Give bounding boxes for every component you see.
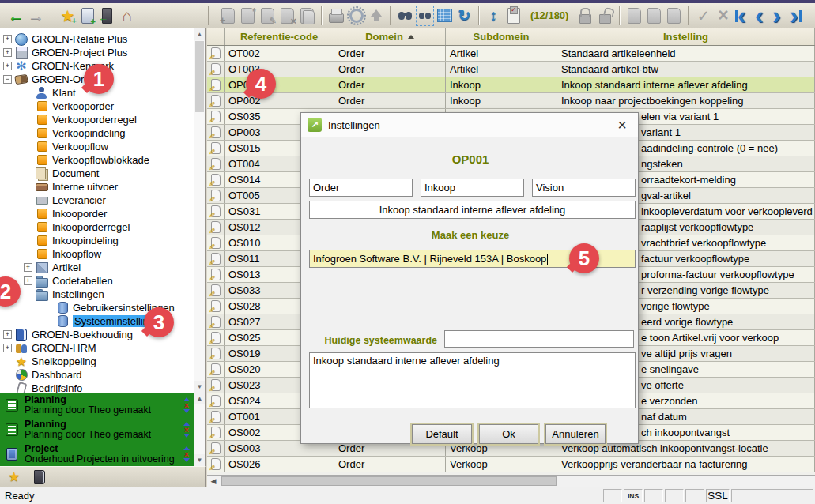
edit-document-icon[interactable] bbox=[211, 348, 221, 359]
tree-item-snelkoppeling[interactable]: Snelkoppeling bbox=[0, 355, 194, 368]
expand-icon[interactable]: + bbox=[3, 48, 12, 57]
edit-document-icon[interactable] bbox=[211, 411, 221, 423]
scroll-up-icon[interactable]: ▲ bbox=[194, 393, 205, 404]
doc-plain-icon[interactable] bbox=[665, 6, 683, 26]
favorites-icon[interactable] bbox=[5, 467, 23, 487]
setting-memo[interactable]: Inkoop standaard interne aflever afdelin… bbox=[309, 352, 636, 408]
expand-icon[interactable]: + bbox=[3, 35, 12, 43]
doc-sparkle-icon[interactable] bbox=[239, 6, 257, 26]
notification-scrollbar[interactable]: ▲ ▼ bbox=[194, 393, 205, 466]
tree-item-instellingen[interactable]: Instellingen bbox=[0, 288, 194, 301]
journal-add-icon[interactable] bbox=[78, 6, 96, 26]
edit-document-icon[interactable] bbox=[211, 126, 221, 138]
doc-new-icon[interactable] bbox=[219, 6, 237, 26]
arrow-updown-icon[interactable] bbox=[485, 6, 503, 26]
doc-key-icon[interactable] bbox=[645, 6, 663, 26]
check-icon[interactable] bbox=[694, 6, 712, 26]
scroll-down-icon[interactable]: ▼ bbox=[194, 454, 205, 466]
export-icon[interactable] bbox=[367, 6, 385, 26]
nav-first-icon[interactable] bbox=[734, 6, 749, 26]
edit-document-icon[interactable] bbox=[211, 47, 221, 59]
table-row[interactable]: OP001OrderInkoopInkoop standaard interne… bbox=[207, 77, 815, 93]
edit-document-icon[interactable] bbox=[211, 190, 221, 201]
table-row[interactable]: OT002OrderArtikelStandaard artikeleenhei… bbox=[207, 46, 815, 62]
table-row[interactable]: OP002OrderInkoopInkoop naar projectboeki… bbox=[207, 93, 815, 109]
print-icon[interactable] bbox=[327, 6, 345, 26]
tree-item-verkooporderregel[interactable]: Verkooporderregel bbox=[0, 113, 194, 126]
tree-item-groen-project-plus[interactable]: +GROEN-Project Plus bbox=[0, 46, 194, 59]
bron-field[interactable]: Vision bbox=[532, 179, 636, 197]
expand-icon[interactable]: + bbox=[24, 276, 32, 285]
scrollbar-thumb[interactable] bbox=[221, 476, 557, 486]
expand-icon[interactable]: + bbox=[3, 62, 12, 70]
edit-document-icon[interactable] bbox=[211, 442, 221, 454]
refresh-icon[interactable] bbox=[455, 6, 474, 26]
doc-search-icon[interactable] bbox=[625, 6, 643, 26]
tree-item-bedrijfsinfo[interactable]: Bedrijfsinfo bbox=[0, 382, 194, 393]
edit-document-icon[interactable] bbox=[211, 205, 221, 217]
table-row[interactable]: OS026OrderVerkoopVerkoopprijs veranderba… bbox=[207, 457, 815, 472]
edit-document-icon[interactable] bbox=[211, 395, 221, 407]
dismiss-icon[interactable]: × bbox=[184, 401, 189, 409]
find-icon[interactable] bbox=[396, 6, 414, 26]
edit-document-icon[interactable] bbox=[211, 237, 221, 249]
edit-document-icon[interactable] bbox=[211, 95, 221, 107]
edit-document-icon[interactable] bbox=[211, 269, 221, 280]
nav-last-icon[interactable] bbox=[786, 6, 802, 26]
doc-copy-icon[interactable] bbox=[298, 6, 316, 26]
edit-document-icon[interactable] bbox=[211, 379, 221, 391]
table-horizontal-scrollbar[interactable]: ◀ bbox=[207, 475, 815, 487]
collapse-icon[interactable]: − bbox=[3, 75, 12, 84]
expand-icon[interactable]: + bbox=[24, 263, 32, 272]
lock-icon[interactable] bbox=[576, 6, 594, 26]
notification-item[interactable]: PlanningPlanning door Theo gemaakt× bbox=[0, 393, 194, 417]
edit-document-icon[interactable] bbox=[211, 221, 221, 233]
edit-document-icon[interactable] bbox=[211, 363, 221, 375]
clipboard-icon[interactable] bbox=[504, 6, 523, 26]
dismiss-icon[interactable]: × bbox=[184, 426, 189, 434]
move-down-icon[interactable] bbox=[183, 409, 190, 413]
journal-icon[interactable] bbox=[30, 467, 48, 487]
setting-description-field[interactable]: Inkoop standaard interne aflever afdelin… bbox=[309, 201, 636, 219]
tree-item-codetabellen[interactable]: +Codetabellen bbox=[0, 274, 194, 288]
notification-item[interactable]: ProjectOnderhoud Projecten in uitvoering… bbox=[0, 442, 194, 466]
tree-item-groen-hrm[interactable]: +GROEN-HRM bbox=[0, 341, 194, 355]
find-select-icon[interactable] bbox=[416, 6, 434, 26]
tree-item-document[interactable]: Document bbox=[0, 167, 194, 180]
nav-back-icon[interactable] bbox=[7, 6, 25, 26]
move-down-icon[interactable] bbox=[183, 434, 190, 438]
edit-document-icon[interactable] bbox=[211, 63, 221, 75]
edit-document-icon[interactable] bbox=[211, 458, 221, 470]
tree-item-artikel[interactable]: +Artikel bbox=[0, 261, 194, 274]
move-down-icon[interactable] bbox=[183, 458, 190, 462]
tree-item-verkoopindeling[interactable]: Verkoopindeling bbox=[0, 126, 194, 140]
tree-item-leverancier[interactable]: Leverancier bbox=[0, 194, 194, 207]
cross-icon[interactable] bbox=[714, 6, 732, 26]
edit-document-icon[interactable] bbox=[211, 300, 221, 312]
header-referentie-code[interactable]: Referentie-code bbox=[225, 28, 334, 45]
domein-field[interactable]: Order bbox=[309, 179, 413, 197]
scrollbar-thumb[interactable] bbox=[195, 41, 204, 112]
exit-door-icon[interactable] bbox=[98, 6, 116, 26]
edit-document-icon[interactable] bbox=[211, 316, 221, 328]
dialog-close-icon[interactable] bbox=[613, 116, 632, 134]
edit-document-icon[interactable] bbox=[211, 253, 221, 265]
ok-button[interactable]: Ok bbox=[479, 424, 538, 444]
header-icon-column[interactable] bbox=[207, 28, 225, 45]
edit-document-icon[interactable] bbox=[211, 332, 221, 344]
edit-document-icon[interactable] bbox=[211, 284, 221, 296]
expand-icon[interactable]: + bbox=[3, 330, 12, 339]
tree-scrollbar[interactable]: ▲ ▼ bbox=[194, 28, 205, 393]
scroll-up-icon[interactable]: ▲ bbox=[194, 28, 205, 40]
dismiss-icon[interactable]: × bbox=[184, 450, 189, 458]
nav-next-icon[interactable] bbox=[768, 6, 784, 26]
cancel-button[interactable]: Annuleren bbox=[545, 424, 606, 444]
grid-blue-icon[interactable] bbox=[436, 6, 454, 26]
edit-document-icon[interactable] bbox=[211, 142, 221, 154]
expand-icon[interactable]: + bbox=[3, 344, 12, 352]
current-value-input[interactable] bbox=[444, 330, 634, 348]
default-button[interactable]: Default bbox=[412, 424, 472, 444]
gear-icon[interactable] bbox=[347, 6, 365, 26]
edit-document-icon[interactable] bbox=[211, 174, 221, 186]
nav-prev-icon[interactable] bbox=[751, 6, 767, 26]
